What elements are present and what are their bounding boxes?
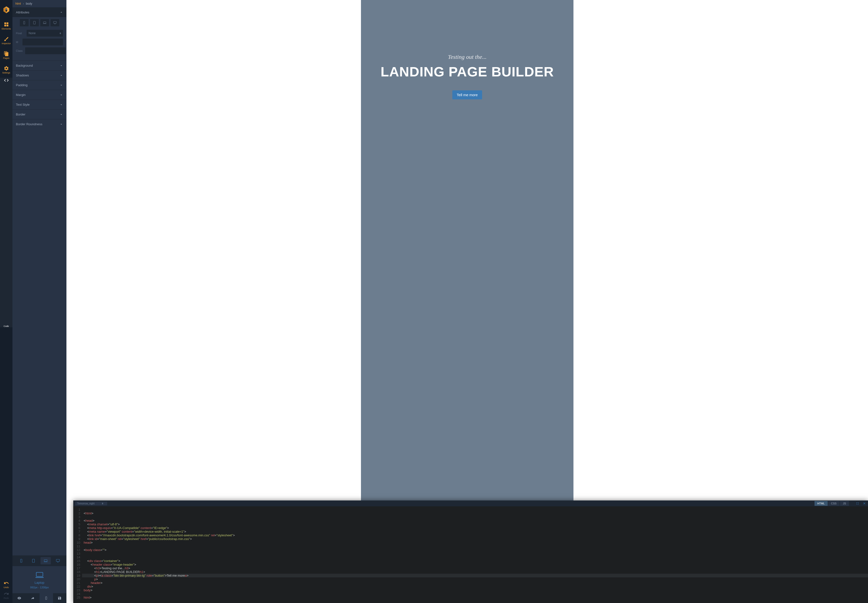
- editor-tabs: HTML CSS JS: [814, 501, 849, 506]
- svg-rect-3: [4, 22, 6, 24]
- left-rail: Elements Inspector Pages Settings Code U…: [0, 0, 12, 603]
- id-label: Id: [16, 40, 20, 43]
- device-laptop[interactable]: [40, 19, 49, 26]
- tab-js[interactable]: JS: [840, 501, 849, 506]
- preview-cta-button[interactable]: Tell me more: [452, 90, 482, 99]
- editor-toolbar: Tomorrow_night HTML CSS JS: [73, 501, 868, 506]
- svg-rect-21: [36, 572, 43, 577]
- preview-subtitle[interactable]: Testing out the...: [448, 54, 486, 60]
- breadcrumb-separator: ›: [23, 2, 24, 5]
- chevron-down-icon: [60, 93, 63, 97]
- rail-code[interactable]: Code: [0, 77, 12, 327]
- preview-phone[interactable]: [16, 557, 26, 564]
- svg-rect-7: [23, 21, 25, 24]
- preview-button[interactable]: [12, 593, 26, 603]
- fullscreen-icon[interactable]: [856, 502, 859, 505]
- app-logo: [2, 6, 10, 14]
- mobile-view-button[interactable]: [40, 593, 53, 603]
- svg-point-2: [6, 9, 7, 10]
- svg-rect-5: [4, 25, 6, 26]
- section-shadows[interactable]: Shadows: [12, 70, 67, 80]
- select-caret-icon: [60, 32, 61, 34]
- device-name: Laptop: [35, 581, 45, 584]
- class-input[interactable]: [25, 47, 66, 54]
- device-preview-bar: [12, 555, 67, 566]
- svg-rect-15: [32, 559, 34, 563]
- code-area[interactable]: 1234567891011121314151617181920212223242…: [73, 506, 868, 603]
- preview-desktop[interactable]: [53, 557, 63, 564]
- tab-html[interactable]: HTML: [814, 501, 828, 506]
- device-size: 992px - 1200px: [30, 586, 49, 589]
- float-select[interactable]: None: [26, 30, 63, 37]
- preview-laptop[interactable]: [40, 557, 51, 564]
- breadcrumb-root[interactable]: html: [15, 2, 21, 5]
- main-area: Testing out the... LANDING PAGE BUILDER …: [67, 0, 868, 603]
- section-border[interactable]: Border: [12, 109, 67, 119]
- select-caret-icon: [102, 502, 103, 504]
- svg-rect-6: [6, 25, 8, 26]
- chevron-down-icon: [60, 103, 63, 107]
- preview-tablet[interactable]: [28, 557, 39, 564]
- device-phone-portrait[interactable]: [20, 19, 29, 26]
- section-text-style[interactable]: Text Style: [12, 100, 67, 109]
- code-editor: Tomorrow_night HTML CSS JS 1234567891011…: [73, 501, 868, 603]
- bottom-toolbar: [12, 593, 67, 603]
- svg-rect-18: [56, 559, 60, 561]
- chevron-down-icon: [60, 74, 63, 77]
- class-label: Class: [16, 49, 23, 52]
- code-source[interactable]: <html><head> <meta charset="utf-8"> <met…: [82, 506, 868, 603]
- preview-title[interactable]: LANDING PAGE BUILDER: [381, 64, 554, 80]
- device-info: Laptop 992px - 1200px: [12, 566, 67, 593]
- chevron-up-icon: [60, 11, 63, 14]
- svg-rect-16: [44, 560, 47, 562]
- responsive-toggle-row: [16, 19, 63, 26]
- chevron-down-icon: [60, 122, 63, 126]
- svg-rect-4: [6, 22, 8, 24]
- undo-button[interactable]: Undo: [0, 579, 12, 590]
- rail-pages[interactable]: Pages: [0, 48, 12, 62]
- export-button[interactable]: [26, 593, 39, 603]
- svg-rect-8: [34, 21, 36, 24]
- chevron-down-icon: [60, 83, 63, 87]
- section-border-roundness[interactable]: Border Roundness: [12, 119, 67, 129]
- tab-css[interactable]: CSS: [828, 501, 840, 506]
- rail-settings[interactable]: Settings: [0, 63, 12, 77]
- breadcrumb[interactable]: html › body: [12, 0, 67, 7]
- inspector-panel: html › body Attributes Float None: [12, 0, 67, 603]
- section-padding[interactable]: Padding: [12, 80, 67, 90]
- device-desktop[interactable]: [51, 19, 59, 26]
- section-margin[interactable]: Margin: [12, 90, 67, 100]
- breadcrumb-current[interactable]: body: [26, 2, 32, 5]
- close-icon[interactable]: [863, 502, 866, 505]
- attributes-header[interactable]: Attributes: [12, 7, 67, 17]
- line-gutter: 1234567891011121314151617181920212223242…: [73, 506, 82, 603]
- save-button[interactable]: [53, 593, 67, 603]
- section-background[interactable]: Background: [12, 60, 67, 70]
- chevron-down-icon: [60, 64, 63, 67]
- rail-inspector[interactable]: Inspector: [0, 34, 12, 47]
- svg-rect-9: [43, 22, 46, 23]
- laptop-icon: [35, 571, 44, 579]
- svg-rect-11: [54, 22, 56, 23]
- attributes-title: Attributes: [16, 11, 29, 14]
- theme-select[interactable]: Tomorrow_night: [75, 502, 107, 506]
- float-label: Float: [16, 32, 24, 35]
- id-input[interactable]: [22, 39, 63, 45]
- redo-button[interactable]: Redo: [0, 590, 12, 601]
- chevron-down-icon: [60, 113, 63, 116]
- svg-rect-23: [45, 597, 46, 600]
- svg-rect-14: [20, 559, 22, 563]
- device-tablet[interactable]: [30, 19, 39, 26]
- rail-elements[interactable]: Elements: [0, 19, 12, 33]
